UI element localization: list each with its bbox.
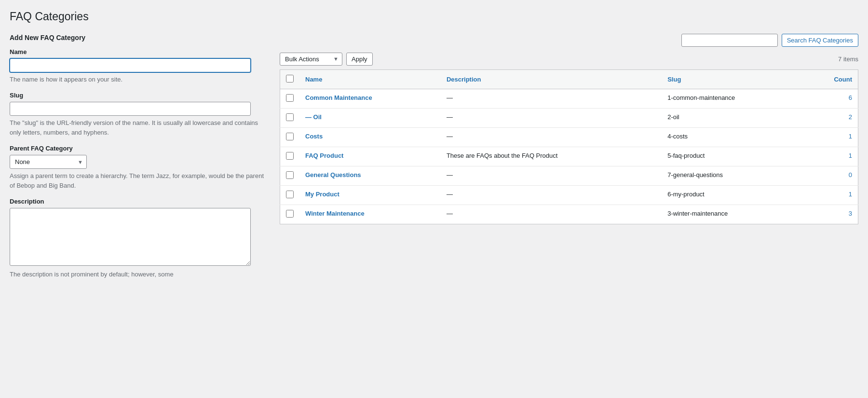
row-checkbox[interactable] <box>286 171 294 179</box>
count-link[interactable]: 1 <box>849 133 852 140</box>
row-slug-cell: 6-my-product <box>662 185 804 205</box>
row-checkbox-cell <box>280 166 300 185</box>
count-link[interactable]: 2 <box>849 113 852 121</box>
name-input[interactable] <box>10 58 251 72</box>
table-row: — Oil—2-oil2 <box>280 108 858 127</box>
search-button[interactable]: Search FAQ Categories <box>782 34 858 47</box>
apply-button[interactable]: Apply <box>346 53 373 66</box>
count-link[interactable]: 3 <box>849 210 852 217</box>
row-checkbox[interactable] <box>286 191 294 198</box>
description-textarea[interactable] <box>10 208 251 266</box>
categories-list-panel: Search FAQ Categories Bulk Actions ▼ App… <box>280 34 858 224</box>
row-checkbox[interactable] <box>286 94 294 102</box>
description-label: Description <box>10 198 270 205</box>
category-name-link[interactable]: FAQ Product <box>305 152 343 159</box>
row-slug-cell: 3-winter-maintenance <box>662 205 804 224</box>
table-row: Common Maintenance—1-common-maintenance6 <box>280 89 858 108</box>
row-description-cell: — <box>441 127 662 147</box>
row-slug-cell: 5-faq-product <box>662 147 804 166</box>
row-count-cell: 3 <box>804 205 858 224</box>
parent-select-wrapper: None ▼ <box>10 155 87 169</box>
row-checkbox-cell <box>280 108 300 127</box>
row-slug-cell: 2-oil <box>662 108 804 127</box>
categories-table: Name Description Slug Count Common Maint… <box>280 69 858 224</box>
row-name-cell: FAQ Product <box>299 147 441 166</box>
table-row: My Product—6-my-product1 <box>280 185 858 205</box>
items-count: 7 items <box>838 55 858 63</box>
table-row: FAQ ProductThese are FAQs about the FAQ … <box>280 147 858 166</box>
add-category-form: Add New FAQ Category Name The name is ho… <box>10 34 270 287</box>
row-description-cell: — <box>441 108 662 127</box>
description-hint: The description is not prominent by defa… <box>10 270 270 279</box>
row-count-cell: 0 <box>804 166 858 185</box>
row-checkbox-cell <box>280 147 300 166</box>
bulk-left: Bulk Actions ▼ Apply <box>280 53 373 66</box>
name-hint: The name is how it appears on your site. <box>10 75 270 84</box>
row-description-cell: — <box>441 185 662 205</box>
row-count-cell: 2 <box>804 108 858 127</box>
search-area: Search FAQ Categories <box>681 34 858 47</box>
row-count-cell: 1 <box>804 147 858 166</box>
row-count-cell: 6 <box>804 89 858 108</box>
th-slug[interactable]: Slug <box>662 69 804 89</box>
row-checkbox[interactable] <box>286 133 294 140</box>
slug-hint: The "slug" is the URL-friendly version o… <box>10 118 270 137</box>
row-checkbox[interactable] <box>286 210 294 218</box>
category-name-link[interactable]: Winter Maintenance <box>305 210 365 217</box>
row-checkbox-cell <box>280 185 300 205</box>
table-row: Costs—4-costs1 <box>280 127 858 147</box>
category-name-link[interactable]: General Questions <box>305 171 361 178</box>
row-description-cell: — <box>441 205 662 224</box>
page-title: FAQ Categories <box>10 10 858 24</box>
row-name-cell: General Questions <box>299 166 441 185</box>
top-bar: Search FAQ Categories <box>280 34 858 47</box>
th-description[interactable]: Description <box>441 69 662 89</box>
row-count-cell: 1 <box>804 127 858 147</box>
count-link[interactable]: 1 <box>849 152 852 159</box>
row-slug-cell: 4-costs <box>662 127 804 147</box>
count-link[interactable]: 1 <box>849 191 852 198</box>
search-input[interactable] <box>681 34 778 47</box>
row-name-cell: My Product <box>299 185 441 205</box>
description-group: Description The description is not promi… <box>10 198 270 279</box>
category-name-link[interactable]: My Product <box>305 191 339 198</box>
row-name-cell: — Oil <box>299 108 441 127</box>
row-description-cell: — <box>441 166 662 185</box>
row-name-cell: Common Maintenance <box>299 89 441 108</box>
slug-group: Slug The "slug" is the URL-friendly vers… <box>10 92 270 137</box>
row-description-cell: — <box>441 89 662 108</box>
parent-select[interactable]: None <box>10 155 87 169</box>
add-category-title: Add New FAQ Category <box>10 34 270 41</box>
row-slug-cell: 1-common-maintenance <box>662 89 804 108</box>
parent-label: Parent FAQ Category <box>10 145 270 152</box>
parent-hint: Assign a parent term to create a hierarc… <box>10 171 270 190</box>
row-checkbox[interactable] <box>286 113 294 121</box>
bulk-actions-wrapper: Bulk Actions ▼ <box>280 53 342 66</box>
bulk-actions-select[interactable]: Bulk Actions <box>280 53 342 66</box>
parent-group: Parent FAQ Category None ▼ Assign a pare… <box>10 145 270 190</box>
row-description-cell: These are FAQs about the FAQ Product <box>441 147 662 166</box>
table-header-row: Name Description Slug Count <box>280 69 858 89</box>
row-checkbox-cell <box>280 205 300 224</box>
count-link[interactable]: 0 <box>849 171 852 178</box>
select-all-checkbox[interactable] <box>286 75 294 82</box>
category-name-link[interactable]: Costs <box>305 133 323 140</box>
row-name-cell: Costs <box>299 127 441 147</box>
row-checkbox-cell <box>280 89 300 108</box>
row-slug-cell: 7-general-questions <box>662 166 804 185</box>
select-all-header <box>280 69 300 89</box>
category-name-link[interactable]: — Oil <box>305 113 322 121</box>
category-name-link[interactable]: Common Maintenance <box>305 94 372 101</box>
name-group: Name The name is how it appears on your … <box>10 48 270 84</box>
table-row: General Questions—7-general-questions0 <box>280 166 858 185</box>
row-checkbox[interactable] <box>286 152 294 160</box>
row-checkbox-cell <box>280 127 300 147</box>
th-name[interactable]: Name <box>299 69 441 89</box>
row-count-cell: 1 <box>804 185 858 205</box>
slug-label: Slug <box>10 92 270 99</box>
count-link[interactable]: 6 <box>849 94 852 101</box>
name-label: Name <box>10 48 270 55</box>
slug-input[interactable] <box>10 102 251 116</box>
table-row: Winter Maintenance—3-winter-maintenance3 <box>280 205 858 224</box>
th-count[interactable]: Count <box>804 69 858 89</box>
